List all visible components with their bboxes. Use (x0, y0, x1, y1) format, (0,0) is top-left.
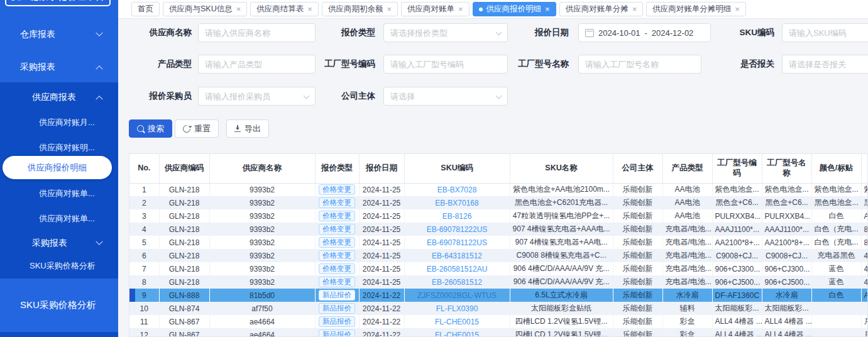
cell-no: 10 (129, 302, 159, 315)
sku-code-link[interactable]: EB-690781222US (427, 225, 488, 234)
table-row[interactable]: 3GLN-2189393b2价格变更2024-11-25EB-812647粒装透… (129, 209, 868, 223)
search-button[interactable]: 搜索 (129, 119, 172, 138)
sidebar-item-supplier-bill-1[interactable]: 供应商对账单... (0, 182, 118, 206)
cell-quote-date: 2024-11-25 (359, 249, 404, 262)
close-icon[interactable]: × (307, 5, 312, 13)
sidebar-item-supplier-quote-detail-active[interactable]: 供应商报价明细 (3, 156, 112, 179)
sku-code-link[interactable]: EB-BX7028 (437, 185, 477, 194)
tab-label: 供应商期初余额 (328, 4, 383, 14)
cell-quote-type: 价格变更 (315, 249, 359, 262)
cell-supplier-name: 9393b2 (209, 249, 315, 262)
sku-code-link[interactable]: EB-690781122US (427, 238, 487, 247)
sku-code-link[interactable]: EB-BX70168 (435, 199, 478, 207)
sku-code-link[interactable]: FL-CHE0015 (435, 331, 479, 337)
sku-code-input[interactable] (782, 23, 868, 42)
tab-供应商对账单[interactable]: 供应商对账单× (401, 2, 470, 16)
cell-supplier-name: 9393b2 (209, 183, 315, 196)
sidebar-item-supplier-bill-2[interactable]: 供应商对账单... (0, 207, 118, 231)
cell-product-type: AA电池 (662, 183, 712, 196)
tab-供应商对账单分摊[interactable]: 供应商对账单分摊× (559, 2, 644, 16)
tab-label: 供应商报价明细 (486, 4, 542, 14)
cell-color-label (811, 302, 861, 315)
cell-no: 8 (129, 275, 159, 289)
close-icon[interactable]: × (458, 5, 463, 13)
close-icon[interactable]: × (236, 5, 241, 13)
cell-extra: A (861, 289, 868, 302)
sku-code-link[interactable]: EB-260581512AU (427, 265, 488, 273)
tab-供应商与SKU信息[interactable]: 供应商与SKU信息× (163, 2, 247, 16)
column-header: SKU编码 (404, 154, 510, 183)
sku-code-link[interactable]: ZJFSZ0002BGL-WTUS (417, 291, 497, 300)
cell-color-label: 白色 (811, 209, 861, 223)
tab-供应商结算表[interactable]: 供应商结算表× (250, 2, 319, 16)
tab-label: 供应商与SKU信息 (169, 4, 233, 14)
tab-供应商对账单分摊明细[interactable]: 供应商对账单分摊明细× (646, 2, 746, 16)
sidebar-item-supplier-statement-month[interactable]: 供应商对账月... (0, 111, 118, 135)
sidebar-bottom-strip (0, 332, 118, 337)
company-select[interactable] (383, 87, 508, 106)
factory-model-code-label: 工厂型号编码 (275, 55, 375, 74)
table-row[interactable]: 11GLN-867ae4664新品报价2024-11-22FL-CHE0015四… (129, 315, 868, 328)
sidebar-item-supplier-reports[interactable]: 供应商报表 (0, 86, 118, 109)
tab-供应商期初余额[interactable]: 供应商期初余额× (322, 2, 398, 16)
cell-quote-date: 2024-11-25 (359, 236, 404, 249)
calendar-icon (585, 29, 594, 37)
cell-supplier-code: GLN-218 (159, 236, 209, 249)
cell-color-label: 蓝色 (811, 262, 861, 275)
table-row[interactable]: 8GLN-2189393b2价格变更2024-11-25EB-260581512… (129, 275, 868, 289)
table-row[interactable]: 1GLN-2189393b2价格变更2024-11-25EB-BX7028紫色电… (129, 183, 868, 196)
cell-extra: 月 (861, 328, 868, 337)
cell-factory-model-name: 906+CJ500... (762, 275, 811, 289)
column-header: No. (129, 154, 159, 183)
sidebar-item-purchase-reports[interactable]: 采购报表 (0, 55, 118, 79)
tab-label: 首页 (138, 4, 153, 14)
tab-供应商报价明细[interactable]: 供应商报价明细× (473, 2, 556, 16)
table-row[interactable]: 2GLN-2189393b2价格变更2024-11-25EB-BX70168黑色… (129, 196, 868, 209)
cell-factory-model-code: 906+CJ500... (712, 275, 762, 289)
close-icon[interactable]: × (545, 5, 550, 13)
download-icon (234, 125, 241, 132)
cell-factory-model-name: 906+CJ300... (762, 262, 811, 275)
cell-factory-model-name: 黑色盒+C6... (762, 196, 811, 209)
tab-label: 供应商结算表 (256, 4, 304, 14)
cell-supplier-code: GLN-874 (159, 302, 209, 315)
table-row[interactable]: 5GLN-2189393b2价格变更2024-11-25EB-690781122… (129, 236, 868, 249)
cell-quote-date: 2024-11-25 (359, 196, 404, 209)
sku-code-link[interactable]: FL-CHE0015 (435, 318, 479, 326)
cell-factory-model-code: ALL4 4槽器 ... (712, 328, 762, 337)
sidebar-item-warehouse-reports[interactable]: 仓库报表 (0, 23, 118, 47)
table-row[interactable]: 4GLN-2189393b2价格变更2024-11-25EB-690781222… (129, 223, 868, 236)
sidebar-item-sku-price-analysis[interactable]: SKU采购价格分析 (0, 254, 118, 278)
cell-supplier-code: GLN-218 (159, 209, 209, 223)
cell-factory-model-code: PULRXXB4... (712, 209, 762, 223)
is-customs-select[interactable] (782, 55, 868, 74)
table-row[interactable]: 12GLN-867ae4664新品报价2024-11-22FL-CHE0015四… (129, 328, 868, 337)
chevron-down-icon (96, 238, 102, 245)
sku-code-link[interactable]: EB-260581512 (432, 278, 482, 287)
sku-code-link[interactable]: EB-8126 (442, 212, 472, 221)
cell-supplier-name: 9393b2 (209, 223, 315, 236)
active-dot-icon (479, 8, 483, 11)
sidebar-item-sku-price-analysis-top[interactable]: SKU采购价格分析 (0, 293, 118, 317)
table-row[interactable]: 6GLN-2189393b2价格变更2024-11-25EB-643181512… (129, 249, 868, 262)
export-button[interactable]: 导出 (226, 119, 269, 138)
cell-sku-name: 906 4槽C/D/AAA/AA/9V 充... (510, 262, 613, 275)
cell-company: 乐能创新 (613, 262, 662, 275)
close-icon[interactable]: × (735, 5, 740, 13)
column-header: 颜色/标贴 (811, 154, 861, 183)
cell-quote-type: 新品报价 (315, 302, 359, 315)
table-row[interactable]: 9GLN-88881b5d0新品报价2024-11-22ZJFSZ0002BGL… (129, 289, 868, 302)
reset-button[interactable]: 重置 (175, 119, 219, 138)
column-header: 供应商名称 (209, 154, 315, 183)
sku-code-link[interactable]: FL-FLX0390 (436, 304, 478, 313)
close-icon[interactable]: × (387, 5, 392, 13)
quote-type-tag: 新品报价 (319, 303, 355, 314)
column-header: SKU名称 (510, 154, 613, 183)
tab-首页[interactable]: 首页 (131, 2, 160, 16)
sidebar-item-purchase-sub-reports[interactable]: 采购报表 (0, 231, 118, 255)
sku-code-link[interactable]: EB-643181512 (432, 251, 482, 260)
close-icon[interactable]: × (632, 5, 637, 13)
cell-company: 乐能创新 (613, 315, 662, 328)
table-row[interactable]: 10GLN-874af7f50新品报价2024-11-22FL-FLX0390太… (129, 302, 868, 315)
table-row[interactable]: 7GLN-2189393b2价格变更2024-11-25EB-260581512… (129, 262, 868, 275)
